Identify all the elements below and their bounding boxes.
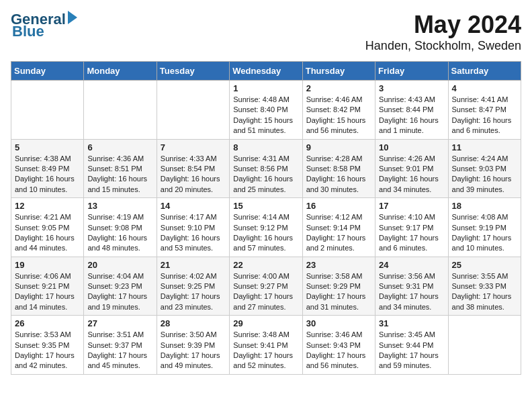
calendar-cell: 6Sunrise: 4:36 AM Sunset: 8:51 PM Daylig… bbox=[84, 139, 157, 198]
day-number: 27 bbox=[87, 318, 152, 328]
calendar-cell: 14Sunrise: 4:17 AM Sunset: 9:10 PM Dayli… bbox=[157, 198, 229, 257]
calendar-cell: 17Sunrise: 4:10 AM Sunset: 9:17 PM Dayli… bbox=[375, 198, 448, 257]
calendar-cell bbox=[448, 316, 521, 375]
day-info: Sunrise: 3:48 AM Sunset: 9:41 PM Dayligh… bbox=[233, 330, 298, 371]
calendar-week-row: 12Sunrise: 4:21 AM Sunset: 9:05 PM Dayli… bbox=[11, 198, 521, 257]
calendar-table: SundayMondayTuesdayWednesdayThursdayFrid… bbox=[11, 61, 521, 375]
day-number: 25 bbox=[452, 260, 517, 270]
calendar-cell bbox=[157, 81, 229, 140]
day-number: 9 bbox=[306, 142, 371, 152]
calendar-cell: 20Sunrise: 4:04 AM Sunset: 9:23 PM Dayli… bbox=[84, 257, 157, 316]
day-header-thursday: Thursday bbox=[302, 62, 375, 81]
day-number: 10 bbox=[379, 142, 444, 152]
calendar-cell: 26Sunrise: 3:53 AM Sunset: 9:35 PM Dayli… bbox=[11, 316, 84, 375]
calendar-cell: 25Sunrise: 3:55 AM Sunset: 9:33 PM Dayli… bbox=[448, 257, 521, 316]
day-info: Sunrise: 4:36 AM Sunset: 8:51 PM Dayligh… bbox=[87, 154, 152, 195]
day-info: Sunrise: 4:10 AM Sunset: 9:17 PM Dayligh… bbox=[379, 212, 444, 254]
day-number: 6 bbox=[87, 142, 152, 152]
day-info: Sunrise: 4:19 AM Sunset: 9:08 PM Dayligh… bbox=[87, 212, 152, 254]
day-info: Sunrise: 4:28 AM Sunset: 8:58 PM Dayligh… bbox=[306, 154, 371, 195]
day-number: 7 bbox=[161, 142, 226, 152]
day-info: Sunrise: 4:06 AM Sunset: 9:21 PM Dayligh… bbox=[15, 271, 80, 313]
day-number: 11 bbox=[452, 142, 517, 152]
day-info: Sunrise: 3:50 AM Sunset: 9:39 PM Dayligh… bbox=[161, 330, 226, 371]
calendar-cell: 19Sunrise: 4:06 AM Sunset: 9:21 PM Dayli… bbox=[11, 257, 84, 316]
day-number: 20 bbox=[87, 260, 152, 270]
day-info: Sunrise: 4:24 AM Sunset: 9:03 PM Dayligh… bbox=[452, 154, 517, 195]
day-header-friday: Friday bbox=[375, 62, 448, 81]
calendar-title: May 2024 bbox=[365, 11, 521, 39]
day-number: 2 bbox=[306, 83, 371, 93]
day-number: 31 bbox=[379, 318, 444, 328]
day-number: 13 bbox=[87, 201, 152, 211]
day-info: Sunrise: 4:12 AM Sunset: 9:14 PM Dayligh… bbox=[306, 212, 371, 254]
day-header-saturday: Saturday bbox=[448, 62, 521, 81]
calendar-cell: 22Sunrise: 4:00 AM Sunset: 9:27 PM Dayli… bbox=[230, 257, 302, 316]
calendar-week-row: 1Sunrise: 4:48 AM Sunset: 8:40 PM Daylig… bbox=[11, 81, 521, 140]
day-info: Sunrise: 3:51 AM Sunset: 9:37 PM Dayligh… bbox=[87, 330, 152, 371]
day-info: Sunrise: 4:14 AM Sunset: 9:12 PM Dayligh… bbox=[233, 212, 298, 254]
day-info: Sunrise: 3:53 AM Sunset: 9:35 PM Dayligh… bbox=[15, 330, 80, 371]
calendar-cell: 3Sunrise: 4:43 AM Sunset: 8:44 PM Daylig… bbox=[375, 81, 448, 140]
day-info: Sunrise: 3:55 AM Sunset: 9:33 PM Dayligh… bbox=[452, 271, 517, 313]
day-info: Sunrise: 3:45 AM Sunset: 9:44 PM Dayligh… bbox=[379, 330, 444, 371]
day-info: Sunrise: 4:41 AM Sunset: 8:47 PM Dayligh… bbox=[452, 95, 517, 136]
day-number: 18 bbox=[452, 201, 517, 211]
calendar-cell: 16Sunrise: 4:12 AM Sunset: 9:14 PM Dayli… bbox=[302, 198, 375, 257]
day-info: Sunrise: 4:02 AM Sunset: 9:25 PM Dayligh… bbox=[161, 271, 226, 313]
day-number: 3 bbox=[379, 83, 444, 93]
day-header-wednesday: Wednesday bbox=[230, 62, 302, 81]
day-number: 30 bbox=[306, 318, 371, 328]
day-info: Sunrise: 4:48 AM Sunset: 8:40 PM Dayligh… bbox=[233, 95, 298, 136]
calendar-header-row: SundayMondayTuesdayWednesdayThursdayFrid… bbox=[11, 62, 521, 81]
calendar-cell: 21Sunrise: 4:02 AM Sunset: 9:25 PM Dayli… bbox=[157, 257, 229, 316]
day-info: Sunrise: 4:21 AM Sunset: 9:05 PM Dayligh… bbox=[15, 212, 80, 254]
day-info: Sunrise: 4:46 AM Sunset: 8:42 PM Dayligh… bbox=[306, 95, 371, 136]
day-info: Sunrise: 4:00 AM Sunset: 9:27 PM Dayligh… bbox=[233, 271, 298, 313]
day-number: 16 bbox=[306, 201, 371, 211]
header: General Blue May 2024 Handen, Stockholm,… bbox=[11, 11, 521, 53]
day-info: Sunrise: 4:17 AM Sunset: 9:10 PM Dayligh… bbox=[161, 212, 226, 254]
calendar-cell: 1Sunrise: 4:48 AM Sunset: 8:40 PM Daylig… bbox=[230, 81, 302, 140]
day-info: Sunrise: 4:26 AM Sunset: 9:01 PM Dayligh… bbox=[379, 154, 444, 195]
day-info: Sunrise: 3:58 AM Sunset: 9:29 PM Dayligh… bbox=[306, 271, 371, 313]
day-number: 15 bbox=[233, 201, 298, 211]
day-number: 4 bbox=[452, 83, 517, 93]
calendar-cell: 24Sunrise: 3:56 AM Sunset: 9:31 PM Dayli… bbox=[375, 257, 448, 316]
day-info: Sunrise: 4:43 AM Sunset: 8:44 PM Dayligh… bbox=[379, 95, 444, 136]
day-number: 5 bbox=[15, 142, 80, 152]
logo: General Blue bbox=[11, 11, 77, 40]
calendar-cell: 13Sunrise: 4:19 AM Sunset: 9:08 PM Dayli… bbox=[84, 198, 157, 257]
day-info: Sunrise: 4:31 AM Sunset: 8:56 PM Dayligh… bbox=[233, 154, 298, 195]
day-info: Sunrise: 4:33 AM Sunset: 8:54 PM Dayligh… bbox=[161, 154, 226, 195]
calendar-cell: 18Sunrise: 4:08 AM Sunset: 9:19 PM Dayli… bbox=[448, 198, 521, 257]
day-info: Sunrise: 3:46 AM Sunset: 9:43 PM Dayligh… bbox=[306, 330, 371, 371]
day-header-sunday: Sunday bbox=[11, 62, 84, 81]
day-number: 28 bbox=[161, 318, 226, 328]
day-number: 23 bbox=[306, 260, 371, 270]
day-number: 29 bbox=[233, 318, 298, 328]
day-number: 21 bbox=[161, 260, 226, 270]
calendar-cell: 8Sunrise: 4:31 AM Sunset: 8:56 PM Daylig… bbox=[230, 139, 302, 198]
day-number: 26 bbox=[15, 318, 80, 328]
calendar-week-row: 26Sunrise: 3:53 AM Sunset: 9:35 PM Dayli… bbox=[11, 316, 521, 375]
calendar-cell: 7Sunrise: 4:33 AM Sunset: 8:54 PM Daylig… bbox=[157, 139, 229, 198]
logo-line2: Blue bbox=[12, 23, 44, 40]
day-header-monday: Monday bbox=[84, 62, 157, 81]
day-info: Sunrise: 4:04 AM Sunset: 9:23 PM Dayligh… bbox=[87, 271, 152, 313]
calendar-cell: 11Sunrise: 4:24 AM Sunset: 9:03 PM Dayli… bbox=[448, 139, 521, 198]
calendar-cell: 27Sunrise: 3:51 AM Sunset: 9:37 PM Dayli… bbox=[84, 316, 157, 375]
day-header-tuesday: Tuesday bbox=[157, 62, 229, 81]
day-number: 17 bbox=[379, 201, 444, 211]
calendar-cell: 2Sunrise: 4:46 AM Sunset: 8:42 PM Daylig… bbox=[302, 81, 375, 140]
calendar-cell: 30Sunrise: 3:46 AM Sunset: 9:43 PM Dayli… bbox=[302, 316, 375, 375]
calendar-cell: 5Sunrise: 4:38 AM Sunset: 8:49 PM Daylig… bbox=[11, 139, 84, 198]
calendar-cell: 31Sunrise: 3:45 AM Sunset: 9:44 PM Dayli… bbox=[375, 316, 448, 375]
calendar-week-row: 5Sunrise: 4:38 AM Sunset: 8:49 PM Daylig… bbox=[11, 139, 521, 198]
day-info: Sunrise: 4:38 AM Sunset: 8:49 PM Dayligh… bbox=[15, 154, 80, 195]
page: General Blue May 2024 Handen, Stockholm,… bbox=[0, 0, 532, 385]
day-number: 22 bbox=[233, 260, 298, 270]
day-number: 24 bbox=[379, 260, 444, 270]
calendar-cell: 9Sunrise: 4:28 AM Sunset: 8:58 PM Daylig… bbox=[302, 139, 375, 198]
calendar-cell: 29Sunrise: 3:48 AM Sunset: 9:41 PM Dayli… bbox=[230, 316, 302, 375]
